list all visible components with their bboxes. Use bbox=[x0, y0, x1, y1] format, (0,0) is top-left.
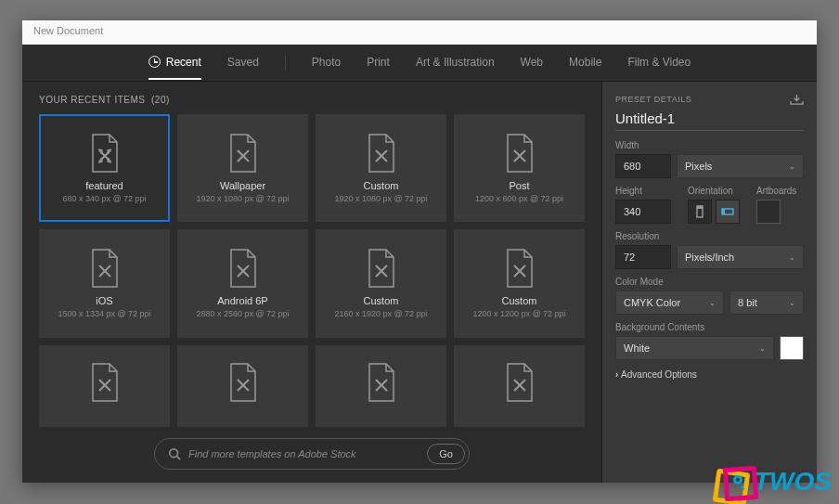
templates-panel: YOUR RECENT ITEMS (20) featured 680 x 34… bbox=[22, 82, 601, 483]
category-tabs: Recent Saved Photo Print Art & Illustrat… bbox=[22, 45, 817, 82]
tab-label: Print bbox=[367, 56, 390, 69]
template-card-9[interactable] bbox=[39, 345, 170, 427]
chevron-down-icon: ⌄ bbox=[789, 299, 795, 307]
section-header: YOUR RECENT ITEMS (20) bbox=[39, 95, 585, 105]
advanced-options-toggle[interactable]: Advanced Options bbox=[615, 369, 804, 380]
card-title: Custom bbox=[502, 295, 537, 306]
height-label: Height bbox=[615, 186, 671, 196]
logo-icon bbox=[715, 467, 752, 497]
document-icon bbox=[89, 249, 121, 288]
save-preset-icon[interactable] bbox=[790, 93, 804, 105]
background-color-swatch[interactable] bbox=[780, 336, 804, 360]
tab-label: Art & Illustration bbox=[416, 56, 495, 69]
card-meta: 1920 x 1080 px @ 72 ppi bbox=[196, 194, 289, 203]
resolution-input[interactable]: 72 bbox=[615, 245, 671, 269]
go-button[interactable]: Go bbox=[427, 444, 465, 464]
template-card-featured[interactable]: featured 680 x 340 px @ 72 ppi bbox=[39, 114, 170, 222]
document-icon bbox=[227, 134, 259, 173]
width-unit-dropdown[interactable]: Pixels⌄ bbox=[677, 154, 804, 178]
document-icon bbox=[504, 363, 536, 402]
document-icon bbox=[227, 363, 259, 402]
document-icon bbox=[504, 134, 536, 173]
height-input[interactable]: 340 bbox=[615, 200, 671, 224]
tab-label: Saved bbox=[227, 56, 259, 69]
dropdown-value: 8 bit bbox=[738, 297, 757, 308]
preset-header: PRESET DETAILS bbox=[615, 93, 804, 105]
tab-label: Recent bbox=[166, 56, 201, 69]
document-name-field[interactable]: Untitled-1 bbox=[615, 110, 804, 131]
template-card-12[interactable] bbox=[454, 345, 585, 427]
preset-details-label: PRESET DETAILS bbox=[615, 95, 691, 104]
document-icon bbox=[504, 249, 536, 288]
card-meta: 2880 x 2560 px @ 72 ppi bbox=[196, 309, 289, 318]
orientation-portrait-button[interactable] bbox=[688, 200, 712, 224]
tab-separator bbox=[285, 56, 286, 71]
document-icon bbox=[366, 134, 397, 173]
artboards-label: Artboards bbox=[756, 186, 796, 196]
tab-label: Mobile bbox=[569, 56, 601, 69]
template-card-android[interactable]: Android 6P 2880 x 2560 px @ 72 ppi bbox=[177, 229, 308, 337]
card-meta: 1200 x 1200 px @ 72 ppi bbox=[472, 309, 565, 318]
resolution-label: Resolution bbox=[615, 231, 804, 241]
background-dropdown[interactable]: White⌄ bbox=[615, 336, 774, 360]
template-card-10[interactable] bbox=[177, 345, 308, 427]
card-meta: 1920 x 1080 px @ 72 ppi bbox=[334, 194, 427, 203]
resolution-unit-dropdown[interactable]: Pixels/Inch⌄ bbox=[677, 245, 804, 269]
dialog-titlebar: New Document bbox=[22, 20, 817, 45]
tab-label: Photo bbox=[312, 56, 341, 69]
card-meta: 1200 x 600 px @ 72 ppi bbox=[475, 194, 563, 203]
tab-photo[interactable]: Photo bbox=[312, 46, 341, 80]
card-title: Custom bbox=[364, 180, 399, 191]
chevron-down-icon: ⌄ bbox=[759, 344, 766, 353]
tab-mobile[interactable]: Mobile bbox=[569, 46, 601, 80]
background-contents-label: Background Contents bbox=[615, 322, 804, 332]
chevron-down-icon: ⌄ bbox=[789, 162, 795, 171]
logo-text: TWOS bbox=[754, 467, 832, 497]
artboards-checkbox[interactable] bbox=[756, 200, 781, 224]
svg-rect-4 bbox=[722, 209, 725, 214]
template-card-11[interactable] bbox=[316, 345, 446, 427]
tab-film[interactable]: Film & Video bbox=[627, 46, 691, 80]
twos-logo: TWOS bbox=[715, 467, 832, 497]
tab-label: Web bbox=[521, 56, 543, 69]
section-label: YOUR RECENT ITEMS bbox=[39, 95, 145, 105]
color-mode-label: Color Mode bbox=[615, 277, 804, 287]
width-input[interactable]: 680 bbox=[615, 154, 671, 178]
tab-web[interactable]: Web bbox=[521, 46, 543, 80]
dialog-body: YOUR RECENT ITEMS (20) featured 680 x 34… bbox=[22, 82, 817, 483]
section-count: (20) bbox=[151, 95, 170, 105]
document-icon bbox=[89, 363, 121, 402]
card-title: featured bbox=[85, 180, 123, 191]
svg-point-0 bbox=[170, 449, 178, 458]
dropdown-value: White bbox=[624, 342, 650, 354]
template-card-custom-3[interactable]: Custom 1200 x 1200 px @ 72 ppi bbox=[454, 229, 585, 337]
card-title: iOS bbox=[96, 295, 112, 306]
tab-recent[interactable]: Recent bbox=[148, 46, 201, 80]
template-card-custom-2[interactable]: Custom 2160 x 1920 px @ 72 ppi bbox=[316, 229, 446, 337]
card-title: Post bbox=[509, 180, 529, 191]
card-meta: 1500 x 1334 px @ 72 ppi bbox=[58, 309, 150, 318]
chevron-down-icon: ⌄ bbox=[709, 299, 716, 307]
template-card-post[interactable]: Post 1200 x 600 px @ 72 ppi bbox=[454, 114, 585, 222]
template-card-custom-1[interactable]: Custom 1920 x 1080 px @ 72 ppi bbox=[316, 114, 446, 222]
template-card-ios[interactable]: iOS 1500 x 1334 px @ 72 ppi bbox=[39, 229, 170, 337]
chevron-down-icon: ⌄ bbox=[789, 253, 795, 262]
template-card-wallpaper[interactable]: Wallpaper 1920 x 1080 px @ 72 ppi bbox=[177, 114, 308, 222]
color-mode-dropdown[interactable]: CMYK Color⌄ bbox=[615, 291, 724, 315]
search-placeholder: Find more templates on Adobe Stock bbox=[188, 448, 420, 459]
bit-depth-dropdown[interactable]: 8 bit⌄ bbox=[729, 291, 804, 315]
template-grid: featured 680 x 340 px @ 72 ppi Wallpaper… bbox=[39, 114, 585, 427]
card-meta: 680 x 340 px @ 72 ppi bbox=[62, 194, 146, 203]
orientation-label: Orientation bbox=[688, 186, 740, 196]
card-meta: 2160 x 1920 px @ 72 ppi bbox=[334, 309, 427, 318]
width-label: Width bbox=[615, 140, 804, 150]
tab-saved[interactable]: Saved bbox=[227, 46, 259, 80]
tab-label: Film & Video bbox=[627, 56, 691, 69]
tab-art[interactable]: Art & Illustration bbox=[416, 46, 495, 80]
card-title: Wallpaper bbox=[220, 180, 265, 191]
stock-search-bar[interactable]: Find more templates on Adobe Stock Go bbox=[154, 438, 470, 470]
advanced-label: Advanced Options bbox=[621, 369, 697, 380]
dropdown-value: Pixels/Inch bbox=[685, 252, 734, 263]
orientation-landscape-button[interactable] bbox=[716, 200, 740, 224]
tab-print[interactable]: Print bbox=[367, 46, 390, 80]
